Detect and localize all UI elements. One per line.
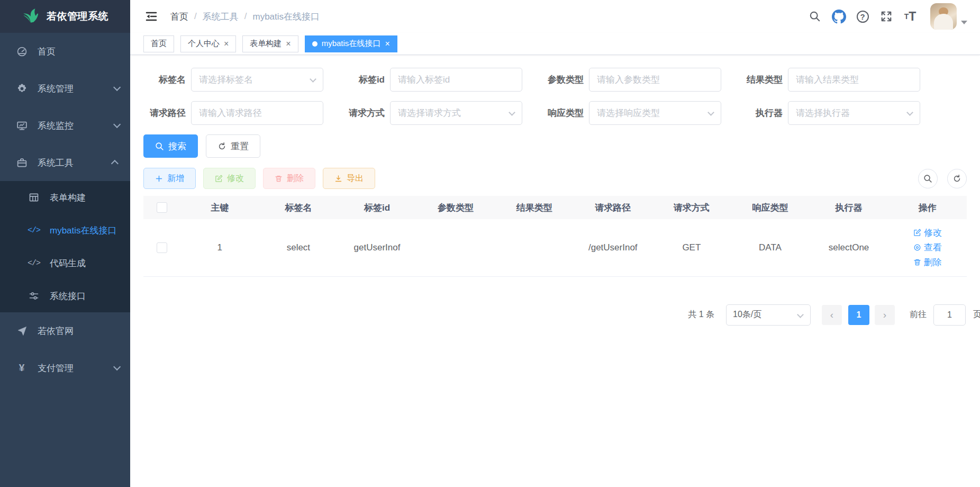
plus-icon [155, 175, 163, 183]
goto-label: 前往 [910, 309, 927, 320]
filter-request-path: 请求路径 [143, 101, 323, 125]
close-icon[interactable]: × [286, 39, 291, 49]
refresh-icon [952, 174, 961, 183]
sidebar-item-payment-management[interactable]: ¥ 支付管理 [0, 349, 130, 386]
tag-name-select[interactable]: 请选择标签名 [191, 68, 323, 92]
tab-home[interactable]: 首页 [143, 35, 174, 52]
row-checkbox[interactable] [157, 242, 167, 253]
prev-page-button[interactable]: ‹ [822, 305, 842, 325]
field-label: 执行器 [740, 107, 783, 119]
chevron-up-icon [111, 160, 119, 167]
col-header-param-type: 参数类型 [416, 196, 495, 219]
table-grid-icon [25, 192, 42, 203]
search-icon [923, 174, 932, 183]
breadcrumb: 首页 / 系统工具 / mybatis在线接口 [170, 11, 320, 23]
download-icon [334, 175, 342, 183]
sliders-icon [25, 291, 42, 301]
sidebar-toggle-icon[interactable] [140, 5, 163, 28]
chevron-down-icon [310, 76, 316, 83]
row-delete-link[interactable]: 删除 [913, 256, 942, 269]
app-logo[interactable]: 若依管理系统 [0, 0, 130, 33]
field-label: 请求方式 [342, 107, 385, 119]
close-icon[interactable]: × [224, 39, 229, 49]
sidebar-item-mybatis-online-api[interactable]: </> mybatis在线接口 [0, 214, 130, 247]
col-header-tag-id: 标签id [338, 196, 416, 219]
avatar[interactable] [930, 3, 957, 30]
row-view-link[interactable]: 查看 [913, 241, 942, 254]
chevron-down-icon [113, 121, 121, 128]
response-type-select[interactable]: 请选择响应类型 [589, 101, 721, 125]
cell-tag-id: getUserInof [338, 219, 416, 276]
row-edit-link[interactable]: 修改 [913, 226, 942, 239]
next-page-button[interactable]: › [875, 305, 895, 325]
cell-result-type [495, 219, 574, 276]
close-icon[interactable]: × [385, 39, 389, 49]
trash-icon [913, 258, 921, 266]
pagination: 共 1 条 10条/页 ‹ 1 › 前往 页 [143, 304, 980, 326]
sidebar-item-system-monitor[interactable]: 系统监控 [0, 107, 130, 144]
select-all-checkbox[interactable] [157, 202, 167, 213]
request-method-select[interactable]: 请选择请求方式 [390, 101, 522, 125]
table-row[interactable]: 1 select getUserInof /getUserInof GET DA… [143, 219, 967, 276]
breadcrumb-home[interactable]: 首页 [170, 11, 188, 23]
sidebar-item-code-generation[interactable]: </> 代码生成 [0, 247, 130, 279]
col-header-result-type: 结果类型 [495, 196, 574, 219]
help-icon[interactable]: ? [855, 8, 870, 24]
font-size-icon[interactable]: TT [902, 8, 918, 24]
reset-button[interactable]: 重置 [206, 134, 260, 158]
field-label: 请求路径 [143, 107, 186, 119]
dashboard-icon [13, 46, 30, 57]
main-area: 首页 / 系统工具 / mybatis在线接口 ? TT 首页 [130, 0, 980, 487]
tab-profile[interactable]: 个人中心 × [180, 35, 236, 52]
cell-pk: 1 [180, 219, 259, 276]
sidebar-item-ruoyi-website[interactable]: 若依官网 [0, 312, 130, 349]
code-icon: </> [25, 259, 42, 268]
search-button[interactable]: 搜索 [143, 134, 198, 158]
tab-label: 表单构建 [250, 39, 282, 49]
executor-select[interactable]: 请选择执行器 [788, 101, 920, 125]
sidebar-item-home[interactable]: 首页 [0, 33, 130, 70]
sidebar-item-system-api[interactable]: 系统接口 [0, 279, 130, 312]
page-size-value: 10条/页 [733, 309, 761, 320]
edit-button[interactable]: 修改 [203, 168, 256, 189]
add-button[interactable]: 新增 [143, 168, 196, 189]
tab-form-builder[interactable]: 表单构建 × [242, 35, 298, 52]
col-header-tag-name: 标签名 [259, 196, 338, 219]
github-icon[interactable] [831, 8, 847, 24]
trash-icon [275, 175, 283, 183]
refresh-button[interactable] [947, 169, 967, 188]
field-label: 响应类型 [541, 107, 584, 119]
tag-id-input[interactable] [398, 75, 514, 85]
sidebar-item-system-management[interactable]: 系统管理 [0, 70, 130, 107]
request-path-input[interactable] [199, 108, 315, 119]
caret-down-icon [961, 21, 967, 24]
sidebar-item-system-tools[interactable]: 系统工具 [0, 144, 130, 181]
filter-tag-name: 标签名 请选择标签名 [143, 68, 323, 92]
tab-mybatis-online-api[interactable]: mybatis在线接口 × [305, 35, 397, 52]
user-menu[interactable] [930, 3, 967, 30]
tab-label: 首页 [151, 39, 167, 49]
search-icon [155, 142, 164, 151]
page-number-1[interactable]: 1 [848, 305, 869, 325]
page-size-select[interactable]: 10条/页 [726, 304, 811, 326]
sidebar-item-label: 若依官网 [38, 325, 74, 337]
cell-executor: selectOne [810, 219, 888, 276]
param-type-input[interactable] [597, 75, 713, 85]
breadcrumb-current: mybatis在线接口 [252, 11, 320, 23]
search-icon[interactable] [807, 8, 823, 24]
delete-button[interactable]: 删除 [263, 168, 315, 189]
active-dot [312, 41, 317, 47]
sidebar-item-label: 系统工具 [38, 157, 74, 169]
goto-page-input[interactable] [933, 304, 966, 326]
sidebar-item-label: 代码生成 [50, 257, 86, 269]
fullscreen-icon[interactable] [878, 8, 894, 24]
chevron-down-icon [906, 109, 913, 116]
data-table: 主键 标签名 标签id 参数类型 结果类型 请求路径 请求方式 响应类型 执行器… [143, 196, 967, 277]
show-search-button[interactable] [918, 169, 938, 188]
export-button[interactable]: 导出 [323, 168, 375, 189]
result-type-input[interactable] [796, 75, 912, 85]
paper-plane-icon [13, 326, 30, 336]
filter-param-type: 参数类型 [541, 68, 721, 92]
sidebar-item-form-builder[interactable]: 表单构建 [0, 181, 130, 214]
field-label: 参数类型 [541, 74, 584, 86]
